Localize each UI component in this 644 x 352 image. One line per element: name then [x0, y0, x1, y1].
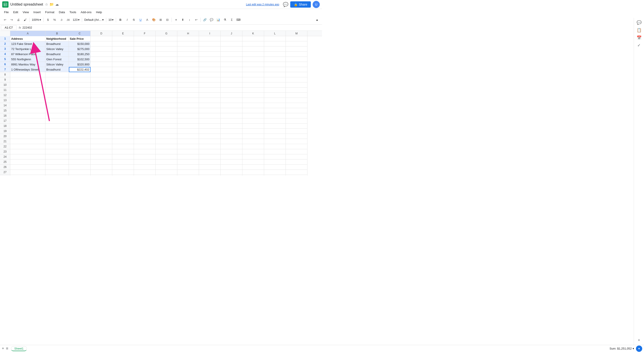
cell-D28[interactable] — [90, 175, 112, 176]
row-num-26[interactable]: 26 — [0, 165, 10, 170]
cell-B21[interactable] — [46, 139, 69, 144]
col-header-D[interactable]: D — [90, 31, 112, 36]
fill-color-button[interactable]: 🎨 — [151, 17, 157, 23]
cell-K19[interactable] — [242, 129, 264, 134]
cell-F1[interactable] — [134, 36, 156, 41]
filter-button[interactable]: ⚗ — [222, 17, 228, 23]
cell-A12[interactable] — [10, 93, 46, 98]
cell-J6[interactable] — [221, 62, 242, 67]
cell-G5[interactable] — [156, 57, 177, 62]
undo-button[interactable]: ↩ — [2, 17, 8, 23]
cell-E27[interactable] — [112, 170, 134, 175]
cell-C20[interactable] — [69, 134, 90, 139]
cell-D12[interactable] — [90, 93, 112, 98]
col-header-F[interactable]: F — [134, 31, 156, 36]
cell-C27[interactable] — [69, 170, 90, 175]
cell-M28[interactable] — [286, 175, 308, 176]
cell-G27[interactable] — [156, 170, 177, 175]
cell-E11[interactable] — [112, 88, 134, 93]
collapse-toolbar-button[interactable]: ▲ — [314, 17, 320, 23]
cell-D8[interactable] — [90, 72, 112, 77]
cell-L25[interactable] — [264, 160, 286, 165]
cell-C12[interactable] — [69, 93, 90, 98]
cell-I2[interactable] — [199, 41, 221, 46]
cell-A16[interactable] — [10, 113, 46, 118]
row-num-24[interactable]: 24 — [0, 154, 10, 160]
cell-A9[interactable] — [10, 77, 46, 82]
cell-F24[interactable] — [134, 154, 156, 160]
cell-K26[interactable] — [242, 165, 264, 170]
cell-D24[interactable] — [90, 154, 112, 160]
cell-A25[interactable] — [10, 160, 46, 165]
row-num-22[interactable]: 22 — [0, 144, 10, 149]
folder-icon[interactable]: 📁 — [50, 2, 54, 6]
cell-L14[interactable] — [264, 103, 286, 108]
row-num-10[interactable]: 10 — [0, 82, 10, 88]
cell-D10[interactable] — [90, 82, 112, 88]
cell-A4[interactable]: 87 Wilkerson Place — [10, 52, 46, 57]
text-color-button[interactable]: A — [144, 17, 150, 23]
cell-L26[interactable] — [264, 165, 286, 170]
cell-E20[interactable] — [112, 134, 134, 139]
cell-M3[interactable] — [286, 46, 308, 52]
cell-K4[interactable] — [242, 52, 264, 57]
cell-L22[interactable] — [264, 144, 286, 149]
cell-H9[interactable] — [177, 77, 199, 82]
cell-D19[interactable] — [90, 129, 112, 134]
cell-D18[interactable] — [90, 124, 112, 129]
col-header-G[interactable]: G — [156, 31, 177, 36]
row-num-23[interactable]: 23 — [0, 149, 10, 154]
row-num-13[interactable]: 13 — [0, 98, 10, 103]
cell-H5[interactable] — [177, 57, 199, 62]
cell-B3[interactable]: Silicon Valley — [46, 46, 69, 52]
cell-B5[interactable]: Glen Forest — [46, 57, 69, 62]
cell-C24[interactable] — [69, 154, 90, 160]
cell-L13[interactable] — [264, 98, 286, 103]
col-header-K[interactable]: K — [242, 31, 264, 36]
cell-H2[interactable] — [177, 41, 199, 46]
cell-D6[interactable] — [90, 62, 112, 67]
row-num-17[interactable]: 17 — [0, 118, 10, 124]
cell-F10[interactable] — [134, 82, 156, 88]
cell-M2[interactable] — [286, 41, 308, 46]
cell-A1[interactable]: Address — [10, 36, 46, 41]
bold-button[interactable]: B — [117, 17, 124, 23]
cell-D25[interactable] — [90, 160, 112, 165]
cell-D15[interactable] — [90, 108, 112, 113]
cell-E19[interactable] — [112, 129, 134, 134]
cell-D7[interactable] — [90, 67, 112, 72]
row-num-8[interactable]: 8 — [0, 72, 10, 77]
cell-C5[interactable]: $102,500 — [69, 57, 90, 62]
cell-J14[interactable] — [221, 103, 242, 108]
cell-H12[interactable] — [177, 93, 199, 98]
cell-D3[interactable] — [90, 46, 112, 52]
paint-format-button[interactable]: 🖌 — [22, 17, 28, 23]
cell-L11[interactable] — [264, 88, 286, 93]
cell-G19[interactable] — [156, 129, 177, 134]
cell-B12[interactable] — [46, 93, 69, 98]
cell-C7[interactable]: $222,402 — [69, 67, 90, 72]
cell-C21[interactable] — [69, 139, 90, 144]
cell-H17[interactable] — [177, 118, 199, 124]
cell-D26[interactable] — [90, 165, 112, 170]
cell-H14[interactable] — [177, 103, 199, 108]
cell-K3[interactable] — [242, 46, 264, 52]
cell-D27[interactable] — [90, 170, 112, 175]
cell-I8[interactable] — [199, 72, 221, 77]
cell-L4[interactable] — [264, 52, 286, 57]
cell-A19[interactable] — [10, 129, 46, 134]
valign-button[interactable]: ⬆ — [180, 17, 186, 23]
cell-A2[interactable]: 123 Fake Street — [10, 41, 46, 46]
cell-E21[interactable] — [112, 139, 134, 144]
cell-H21[interactable] — [177, 139, 199, 144]
row-num-4[interactable]: 4 — [0, 52, 10, 57]
cell-B24[interactable] — [46, 154, 69, 160]
cell-F9[interactable] — [134, 77, 156, 82]
cell-I24[interactable] — [199, 154, 221, 160]
cell-L18[interactable] — [264, 124, 286, 129]
cell-A26[interactable] — [10, 165, 46, 170]
cell-I23[interactable] — [199, 149, 221, 154]
row-num-21[interactable]: 21 — [0, 139, 10, 144]
cell-B10[interactable] — [46, 82, 69, 88]
cell-D14[interactable] — [90, 103, 112, 108]
